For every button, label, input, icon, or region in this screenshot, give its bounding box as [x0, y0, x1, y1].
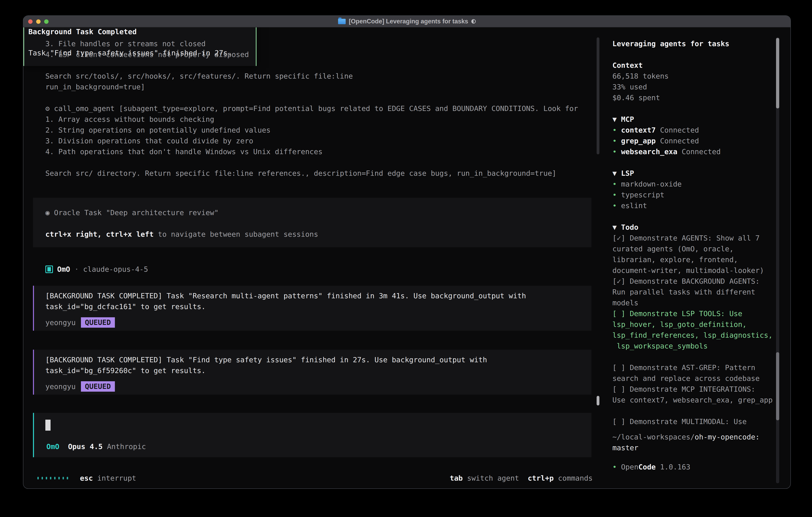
terminal-line	[46, 218, 591, 229]
terminal-line: [BACKGROUND TASK COMPLETED] Task "Find t…	[46, 354, 591, 365]
oracle-task-panel: ◉ Oracle Task "Deep architecture review"…	[33, 198, 591, 247]
author-label: yeongyu	[46, 382, 76, 391]
terminal-line: [✓] Demonstrate AGENTS: Show all 7	[612, 233, 773, 244]
terminal-line: ⚙ call_omo_agent [subagent_type=explore,…	[46, 103, 578, 114]
terminal-line: Search src/tools/, src/hooks/, src/featu…	[46, 71, 353, 82]
terminal-line	[46, 60, 353, 71]
terminal-line: ~/local-workspaces/oh-my-opencode:	[612, 432, 760, 442]
terminal-line: master	[612, 442, 638, 453]
queued-badge: QUEUED	[81, 381, 115, 392]
terminal-line: [ ] Demonstrate MCP INTEGRATIONS:	[612, 384, 773, 394]
notification-title: Background Task Completed	[28, 26, 137, 37]
terminal-line	[612, 351, 773, 362]
terminal-line: lsp_find_references, lsp_diagnostics,	[612, 330, 773, 341]
terminal-line: 4. Path operations that don't handle Win…	[46, 146, 578, 157]
traffic-lights	[28, 19, 49, 24]
close-button[interactable]	[28, 19, 33, 24]
terminal-line: run_in_background=true]	[46, 82, 353, 92]
terminal-line: 2. String operations on potentially unde…	[46, 125, 578, 136]
omo-agent-title: OmO · claude-opus-4-5	[57, 264, 148, 275]
terminal-line: [ ] Demonstrate LSP TOOLS: Use	[612, 308, 773, 319]
terminal-line: [ ] Demonstrate MULTIMODAL: Use	[612, 416, 773, 427]
terminal-line: lsp_workspace_symbols	[612, 341, 773, 351]
terminal-line	[612, 157, 773, 168]
terminal-line: Use context7, websearch_exa, grep_app	[612, 394, 773, 405]
main-scrollbar-thumb[interactable]	[597, 396, 600, 405]
terminal-line: Search src/ directory. Return specific f…	[46, 168, 578, 179]
terminal-line: [BACKGROUND TASK COMPLETED] Task "Resear…	[46, 291, 591, 301]
text-cursor	[46, 419, 51, 431]
notification-body: Task "Find type safety issues" finished …	[28, 48, 232, 58]
opencode-terminal-window: [OpenCode] Leveraging agents for tasks 3…	[23, 16, 791, 489]
terminal-line: Leveraging agents for tasks	[612, 38, 773, 49]
terminal-line: ▼ MCP	[612, 114, 773, 125]
terminal-line: ctrl+x right, ctrl+x left to navigate be…	[46, 229, 591, 240]
folder-icon	[338, 19, 346, 24]
terminal-line: [✓] Demonstrate BACKGROUND AGENTS:	[612, 276, 773, 287]
terminal-line: • typescript	[612, 190, 773, 200]
prompt-input-area[interactable]: OmO Opus 4.5 Anthropic	[33, 413, 591, 457]
statusbar-interrupt-hint: esc interrupt	[80, 473, 136, 484]
terminal-line: 66,518 tokens	[612, 71, 773, 82]
terminal-line: ▼ LSP	[612, 168, 773, 179]
message-text: [BACKGROUND TASK COMPLETED] Task "Find t…	[46, 354, 591, 376]
background-task-message-2: [BACKGROUND TASK COMPLETED] Task "Find t…	[33, 350, 591, 394]
terminal-line: OmO · claude-opus-4-5	[57, 264, 148, 275]
main-scrollbar-thumb-top[interactable]	[597, 37, 600, 154]
queued-badge: QUEUED	[81, 317, 115, 328]
author-label: yeongyu	[46, 319, 76, 327]
workspace-path: ~/local-workspaces/oh-my-opencode:	[612, 432, 760, 442]
terminal-line: • eslint	[612, 200, 773, 211]
terminal-line: document-writer, multimodal-looker)	[612, 265, 773, 276]
terminal-line: search and replace across codebase	[612, 373, 773, 384]
terminal-line: Context	[612, 60, 773, 71]
window-title: [OpenCode] Leveraging agents for tasks	[349, 18, 468, 25]
active-model-line: OmO Opus 4.5 Anthropic	[46, 441, 146, 452]
terminal-line: tab switch agent ctrl+p commands	[450, 473, 592, 484]
terminal-line: • grep_app Connected	[612, 136, 773, 146]
terminal-line: lsp_hover, lsp_goto_definition,	[612, 319, 773, 330]
terminal-line: 3. Division operations that could divide…	[46, 136, 578, 146]
terminal-line: 1. Array access without bounds checking	[46, 114, 578, 125]
terminal-output-top: 3. File handles or streams not closed4. …	[46, 38, 353, 92]
terminal-line: task_id="bg_dcfac161" to get results.	[46, 301, 591, 312]
sidebar-scrollbar-thumb-lower[interactable]	[776, 352, 779, 420]
git-branch: master	[612, 442, 638, 453]
terminal-line: 33% used	[612, 82, 773, 92]
working-spinner	[37, 477, 68, 480]
zoom-button[interactable]	[44, 19, 49, 24]
terminal-line: • markdown-oxide	[612, 179, 773, 190]
statusbar-shortcut-hints: tab switch agent ctrl+p commands	[450, 473, 592, 484]
terminal-line: Run parallel tasks with different	[612, 287, 773, 298]
terminal-line: • websearch_exa Connected	[612, 146, 773, 157]
terminal-output-call-omo-agent: ⚙ call_omo_agent [subagent_type=explore,…	[46, 103, 578, 179]
message-text: [BACKGROUND TASK COMPLETED] Task "Resear…	[46, 291, 591, 312]
opencode-version: • OpenCode 1.0.163	[612, 462, 690, 472]
terminal-line	[612, 405, 773, 416]
terminal-line: [ ] Demonstrate AST-GREP: Pattern	[612, 362, 773, 373]
terminal-line: models	[612, 298, 773, 308]
sidebar-scrollbar-thumb[interactable]	[776, 38, 779, 108]
terminal-line: ▼ Todo	[612, 222, 773, 233]
terminal-line: $0.46 spent	[612, 92, 773, 103]
session-sidebar: Leveraging agents for tasks Context66,51…	[612, 38, 773, 427]
terminal-line: task_id="bg_6f59260c" to get results.	[46, 365, 591, 376]
message-status-line: yeongyu QUEUED	[46, 381, 591, 392]
window-title-group: [OpenCode] Leveraging agents for tasks	[338, 18, 476, 25]
terminal-line: esc interrupt	[80, 473, 136, 484]
background-task-message-1: [BACKGROUND TASK COMPLETED] Task "Resear…	[33, 286, 591, 331]
terminal-line: ◉ Oracle Task "Deep architecture review"	[46, 207, 591, 218]
omo-agent-header: OmO · claude-opus-4-5	[46, 264, 148, 275]
terminal-line	[46, 157, 578, 168]
terminal-line: • context7 Connected	[612, 125, 773, 136]
minimize-button[interactable]	[36, 19, 40, 24]
terminal-line	[612, 211, 773, 222]
half-circle-session-icon	[471, 19, 476, 24]
window-titlebar: [OpenCode] Leveraging agents for tasks	[23, 16, 790, 27]
terminal-line	[612, 49, 773, 60]
terminal-line: OmO Opus 4.5 Anthropic	[46, 441, 146, 452]
terminal-line: curated agents (OmO, oracle,	[612, 244, 773, 254]
message-status-line: yeongyu QUEUED	[46, 317, 591, 328]
terminal-line: • OpenCode 1.0.163	[612, 462, 690, 472]
terminal-line: librarian, explore, frontend,	[612, 254, 773, 265]
